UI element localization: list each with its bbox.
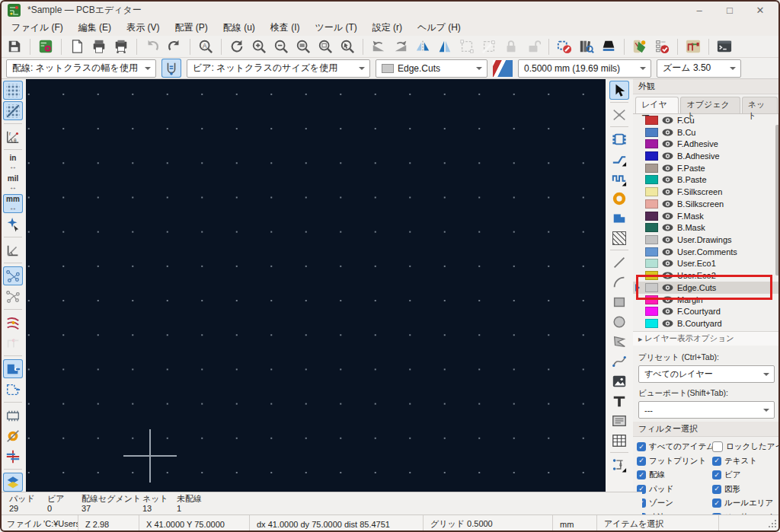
zoom-in-button[interactable]: [249, 37, 269, 56]
maximize-button[interactable]: □: [714, 0, 745, 20]
zone-fill-display-toggle[interactable]: [3, 359, 23, 378]
grid-size-select[interactable]: 0.5000 mm (19.69 mils): [518, 59, 651, 78]
sketch-pads-toggle[interactable]: [3, 426, 23, 445]
grid-visibility-toggle[interactable]: [3, 81, 23, 100]
net-highlight-toggle[interactable]: [3, 333, 23, 352]
layer-visibility-eye-icon[interactable]: [662, 140, 673, 148]
layer-row-B.Paste[interactable]: B.Paste: [633, 174, 780, 186]
menu-item-3[interactable]: 配置 (P): [167, 20, 215, 36]
units-inches-toggle[interactable]: in↔: [3, 153, 23, 172]
zoom-out-button[interactable]: [271, 37, 291, 56]
layer-visibility-eye-icon[interactable]: [662, 320, 673, 327]
checkbox-checked-icon[interactable]: ✓: [637, 457, 646, 466]
layer-color-swatch[interactable]: [645, 295, 658, 304]
layer-visibility-eye-icon[interactable]: [662, 224, 673, 231]
layer-color-swatch[interactable]: [645, 247, 658, 256]
crosshair-style-toggle[interactable]: [3, 215, 23, 234]
layer-row-Edge.Cuts[interactable]: Edge.Cuts: [633, 282, 780, 294]
layer-row-F.Courtyard[interactable]: F.Courtyard: [633, 306, 780, 318]
layer-visibility-eye-icon[interactable]: [662, 296, 673, 304]
layer-row-F.Silkscreen[interactable]: F.Silkscreen: [633, 186, 780, 198]
filter-item-4[interactable]: ✓配線: [637, 470, 712, 480]
filter-item-8[interactable]: ✓ゾーン: [637, 498, 712, 508]
layer-row-F.Adhesive[interactable]: F.Adhesive: [633, 138, 780, 150]
track-width-select[interactable]: 配線: ネットクラスの幅を使用: [6, 59, 156, 78]
layer-row-User.Eco2[interactable]: User.Eco2: [633, 269, 780, 282]
checkbox-checked-icon[interactable]: ✓: [637, 470, 646, 479]
layer-visibility-eye-icon[interactable]: [662, 248, 673, 256]
select-tool[interactable]: [609, 81, 629, 100]
layer-color-swatch[interactable]: [645, 116, 658, 125]
rotate-ccw-button[interactable]: [369, 37, 388, 56]
find-button[interactable]: A: [196, 37, 216, 56]
layer-color-swatch[interactable]: [645, 235, 658, 244]
layer-row-B.Courtyard[interactable]: B.Courtyard: [633, 317, 780, 330]
unlock-button[interactable]: [523, 37, 543, 56]
add-rule-area-tool[interactable]: [609, 228, 629, 247]
layer-row-Margin[interactable]: Margin: [633, 294, 780, 306]
zoom-to-selection-button[interactable]: [337, 37, 357, 56]
ratsnest-curved-toggle[interactable]: [3, 287, 23, 306]
mirror-button[interactable]: [435, 37, 455, 56]
filter-item-2[interactable]: ✓フットプリント: [637, 456, 712, 467]
filter-item-3[interactable]: ✓テキスト: [712, 456, 780, 467]
resize-grip-icon[interactable]: [719, 515, 780, 532]
layer-color-swatch[interactable]: [645, 164, 658, 173]
redo-button[interactable]: [165, 37, 184, 56]
black-stamp-button[interactable]: [599, 37, 619, 56]
add-table-tool[interactable]: [609, 431, 629, 450]
menu-item-6[interactable]: ツール (T): [307, 20, 364, 36]
draw-polygon-tool[interactable]: [609, 332, 629, 351]
layer-visibility-eye-icon[interactable]: [662, 260, 673, 267]
layer-color-swatch[interactable]: [645, 212, 658, 221]
add-text-tool[interactable]: [609, 391, 629, 410]
draw-rectangle-tool[interactable]: [609, 292, 629, 311]
layer-color-swatch[interactable]: [645, 151, 658, 161]
menu-item-5[interactable]: 検査 (I): [263, 20, 308, 36]
filter-item-6[interactable]: ✓パッド: [637, 484, 712, 495]
layer-row-User.Comments[interactable]: User.Comments: [633, 246, 780, 258]
menu-item-7[interactable]: 設定 (r): [365, 20, 410, 36]
layer-visibility-eye-icon[interactable]: [662, 176, 673, 183]
dimension-tool[interactable]: [609, 455, 629, 474]
layer-color-swatch[interactable]: [645, 139, 658, 148]
layer-row-User.Drawings[interactable]: User.Drawings: [633, 234, 780, 246]
layer-row-B.Mask[interactable]: B.Mask: [633, 221, 780, 234]
zone-outline-display-toggle[interactable]: [3, 380, 23, 399]
checkbox-unchecked-icon[interactable]: [712, 441, 723, 452]
switch-to-schematic-button[interactable]: [683, 37, 703, 56]
update-pcb-from-schematic-button[interactable]: [630, 37, 650, 56]
draw-bezier-tool[interactable]: [609, 352, 629, 371]
flip-horizontal-button[interactable]: [413, 37, 433, 56]
tab-0[interactable]: レイヤー: [635, 97, 679, 113]
checkbox-checked-icon[interactable]: ✓: [712, 485, 721, 494]
viewport-select[interactable]: ---: [638, 401, 775, 419]
draw-circle-tool[interactable]: [609, 312, 629, 331]
undo-button[interactable]: [142, 37, 162, 56]
layer-visibility-eye-icon[interactable]: [662, 164, 673, 172]
layer-row-F.Cu[interactable]: F.Cu: [633, 114, 780, 126]
layer-visibility-eye-icon[interactable]: [662, 236, 673, 244]
add-zone-tool[interactable]: [609, 209, 629, 228]
board-setup-button[interactable]: [36, 37, 56, 56]
via-size-select[interactable]: ビア: ネットクラスのサイズを使用: [187, 59, 370, 78]
menu-item-0[interactable]: ファイル (F): [4, 20, 71, 36]
refresh-view-button[interactable]: [227, 37, 247, 56]
zoom-fit-button[interactable]: [293, 37, 313, 56]
polar-coordinates-toggle[interactable]: rθ: [3, 127, 23, 146]
layer-visibility-eye-icon[interactable]: [662, 284, 673, 291]
filter-item-7[interactable]: ✓図形: [712, 484, 780, 495]
exchange-footprints-button[interactable]: [555, 37, 574, 56]
grid-overrides-toggle[interactable]: [3, 101, 23, 120]
layer-visibility-eye-icon[interactable]: [662, 272, 673, 279]
layer-list-scrollbar[interactable]: [775, 125, 779, 276]
checkbox-checked-icon[interactable]: ✓: [712, 499, 721, 508]
layer-row-B.Silkscreen[interactable]: B.Silkscreen: [633, 198, 780, 210]
layer-visibility-eye-icon[interactable]: [662, 188, 673, 196]
draw-line-tool[interactable]: [609, 253, 629, 272]
layer-row-B.Cu[interactable]: B.Cu: [633, 126, 780, 139]
menu-item-4[interactable]: 配線 (u): [216, 20, 263, 36]
layer-color-swatch[interactable]: [645, 271, 658, 280]
layer-color-swatch[interactable]: [645, 128, 658, 137]
draw-arc-tool[interactable]: [609, 272, 629, 291]
